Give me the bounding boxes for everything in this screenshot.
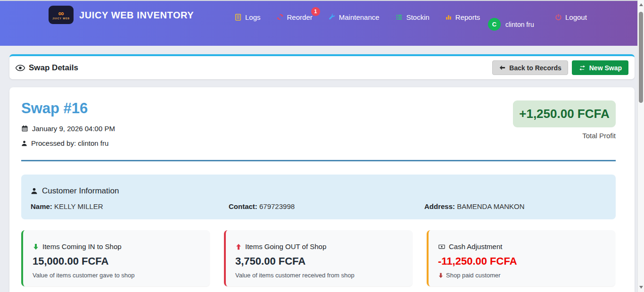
- nav-item-reports[interactable]: Reports: [445, 13, 480, 21]
- card-caption: Value of items customer received from sh…: [235, 272, 355, 279]
- card-amount: 15,000.00 FCFA: [33, 255, 202, 267]
- eye-icon: [16, 65, 25, 71]
- summary-card-items-out: Items Going OUT of Shop 3,750.00 FCFA Va…: [224, 230, 413, 286]
- swap-head: Swap #16 January 9, 2026 04:00 PM Proces…: [9, 87, 635, 147]
- card-caption: Value of items customer gave to shop: [33, 272, 135, 279]
- field-label: Contact:: [229, 202, 257, 210]
- field-value: BAMENDA MANKON: [457, 202, 524, 210]
- new-swap-button[interactable]: New Swap: [572, 60, 628, 75]
- total-profit-wrap: +1,250.00 FCFA Total Profit: [513, 100, 616, 140]
- nav-item-logs[interactable]: Logs: [234, 13, 261, 21]
- summary-cards-row: Items Coming IN to Shop 15,000.00 FCFA V…: [21, 230, 616, 286]
- user-menu[interactable]: C clinton fru: [488, 18, 534, 31]
- logout-label: Logout: [565, 13, 587, 21]
- logo-text: JUICY WEB: [52, 17, 70, 20]
- card-caption: Shop paid customer: [446, 272, 501, 279]
- scrollbar-up-arrow[interactable]: [638, 1, 644, 8]
- section-divider: [21, 160, 616, 161]
- back-button-label: Back to Records: [509, 64, 561, 72]
- new-swap-button-label: New Swap: [589, 64, 622, 72]
- scrollbar-down-arrow[interactable]: [638, 284, 644, 291]
- list-icon: [395, 14, 403, 21]
- nav-label: Stockin: [406, 13, 429, 21]
- customer-info-title-row: Customer Information: [31, 186, 616, 196]
- arrow-up-icon: [235, 243, 242, 250]
- back-to-records-button[interactable]: Back to Records: [492, 60, 568, 75]
- nav-item-reorder[interactable]: Reorder 1: [276, 13, 313, 21]
- card-title: Items Coming IN to Shop: [42, 242, 122, 250]
- card-title: Cash Adjustment: [449, 242, 502, 250]
- avatar: C: [488, 18, 501, 31]
- card-title-row: Items Coming IN to Shop: [33, 242, 202, 250]
- scrollbar-thumb[interactable]: [639, 12, 643, 103]
- cash-icon: [438, 243, 446, 250]
- nav-item-maintenance[interactable]: Maintenance: [328, 13, 380, 21]
- user-name: clinton fru: [505, 21, 534, 28]
- summary-card-items-in: Items Coming IN to Shop 15,000.00 FCFA V…: [21, 230, 210, 286]
- main-nav: Logs Reorder 1 Maintenance Stockin Rep: [234, 1, 480, 33]
- app-header: ∞ JUICY WEB JUICY WEB INVENTORY Logs Reo…: [0, 1, 637, 46]
- arrow-down-icon: [33, 243, 39, 250]
- power-icon: [555, 14, 562, 21]
- app-logo[interactable]: ∞ JUICY WEB: [49, 6, 74, 24]
- customer-info-title: Customer Information: [42, 186, 119, 196]
- logout-button[interactable]: Logout: [555, 13, 587, 21]
- swap-arrows-icon: [578, 65, 586, 71]
- arrow-down-small-icon: [438, 273, 444, 278]
- logs-icon: [234, 13, 242, 21]
- swap-datetime: January 9, 2026 04:00 PM: [32, 125, 115, 133]
- processed-by: Processed by: clinton fru: [31, 139, 108, 147]
- calendar-icon: [21, 125, 28, 132]
- customer-field-contact: Contact: 679723998: [229, 202, 295, 210]
- swap-detail-card: Swap #16 January 9, 2026 04:00 PM Proces…: [9, 87, 635, 292]
- customer-field-address: Address: BAMENDA MANKON: [424, 202, 525, 210]
- card-caption-row: Shop paid customer: [438, 272, 608, 279]
- processed-by-row: Processed by: clinton fru: [21, 139, 616, 147]
- arrow-left-icon: [499, 64, 506, 71]
- card-amount: 3,750.00 FCFA: [235, 255, 405, 267]
- swap-details-toolbar: Swap Details Back to Records New Swap: [9, 54, 635, 79]
- card-title-row: Items Going OUT of Shop: [235, 242, 405, 250]
- reorder-notification-badge: 1: [311, 7, 320, 16]
- nav-label: Reports: [455, 13, 480, 21]
- total-profit-label: Total Profit: [513, 132, 616, 140]
- customer-field-name: Name: KELLY MILLER: [31, 202, 103, 210]
- customer-icon: [31, 187, 38, 195]
- field-label: Address:: [424, 202, 455, 210]
- bar-chart-icon: [445, 14, 452, 21]
- field-label: Name:: [31, 202, 52, 210]
- wrench-icon: [328, 13, 336, 21]
- brand-title: JUICY WEB INVENTORY: [79, 10, 194, 21]
- vertical-scrollbar[interactable]: [637, 0, 644, 292]
- nav-label: Logs: [245, 13, 261, 21]
- card-caption-row: Value of items customer gave to shop: [33, 272, 202, 279]
- customer-info-panel: Customer Information Name: KELLY MILLER …: [21, 175, 616, 219]
- card-title-row: Cash Adjustment: [438, 242, 608, 250]
- field-value: KELLY MILLER: [54, 202, 103, 210]
- card-caption-row: Value of items customer received from sh…: [235, 272, 405, 279]
- summary-card-cash-adjustment: Cash Adjustment -11,250.00 FCFA Shop pai…: [427, 230, 615, 286]
- nav-item-stockin[interactable]: Stockin: [395, 13, 429, 21]
- user-icon: [21, 140, 27, 147]
- card-title: Items Going OUT of Shop: [245, 242, 326, 250]
- page-title: Swap Details: [29, 63, 78, 73]
- total-profit-badge: +1,250.00 FCFA: [513, 100, 616, 127]
- nav-label: Reorder: [287, 13, 313, 21]
- sync-icon: [276, 13, 284, 21]
- logo-infinity-icon: ∞: [58, 10, 64, 17]
- card-amount: -11,250.00 FCFA: [438, 255, 608, 267]
- page-title-wrap: Swap Details: [16, 63, 78, 73]
- field-value: 679723998: [259, 202, 295, 210]
- nav-label: Maintenance: [339, 13, 380, 21]
